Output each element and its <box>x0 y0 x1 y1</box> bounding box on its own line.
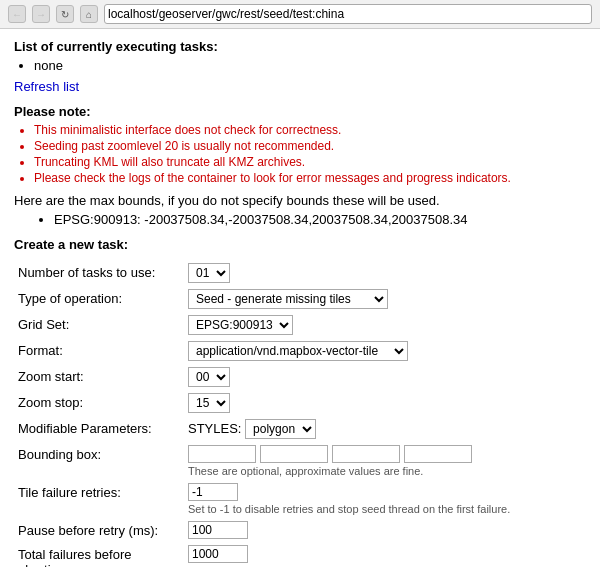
operation-row: Type of operation: Seed - generate missi… <box>14 286 576 312</box>
zoom-start-label: Zoom start: <box>14 364 184 390</box>
back-button[interactable]: ← <box>8 5 26 23</box>
styles-select[interactable]: polygon line point <box>245 419 316 439</box>
bbox-min-x[interactable] <box>188 445 256 463</box>
forward-button[interactable]: → <box>32 5 50 23</box>
gridset-row: Grid Set: EPSG:900913 EPSG:4326 <box>14 312 576 338</box>
tile-failure-cell: Set to -1 to disable retries and stop se… <box>184 480 576 518</box>
bounds-list: EPSG:900913: -20037508.34,-20037508.34,2… <box>34 212 576 227</box>
page-content: List of currently executing tasks: none … <box>0 29 590 567</box>
address-bar[interactable] <box>104 4 592 24</box>
tile-failure-hint: Set to -1 to disable retries and stop se… <box>188 503 572 515</box>
tile-failure-label: Tile failure retries: <box>14 480 184 518</box>
please-note-title: Please note: <box>14 104 576 119</box>
note-item-2: Seeding past zoomlevel 20 is usually not… <box>34 139 576 153</box>
modifiable-cell: STYLES: polygon line point <box>184 416 576 442</box>
format-select[interactable]: application/vnd.mapbox-vector-tile image… <box>188 341 408 361</box>
executing-tasks-title: List of currently executing tasks: <box>14 39 576 54</box>
zoom-stop-select[interactable]: 000510 1520 <box>188 393 230 413</box>
pause-input[interactable] <box>188 521 248 539</box>
pause-row: Pause before retry (ms): <box>14 518 576 542</box>
browser-toolbar: ← → ↻ ⌂ <box>0 0 600 29</box>
gridset-select[interactable]: EPSG:900913 EPSG:4326 <box>188 315 293 335</box>
modifiable-row: Modifiable Parameters: STYLES: polygon l… <box>14 416 576 442</box>
bounds-epsg: EPSG:900913: -20037508.34,-20037508.34,2… <box>54 212 576 227</box>
pause-label: Pause before retry (ms): <box>14 518 184 542</box>
format-cell: application/vnd.mapbox-vector-tile image… <box>184 338 576 364</box>
zoom-start-row: Zoom start: 00 010203 0405 <box>14 364 576 390</box>
num-tasks-row: Number of tasks to use: 01 02 04 08 <box>14 260 576 286</box>
num-tasks-cell: 01 02 04 08 <box>184 260 576 286</box>
zoom-stop-row: Zoom stop: 000510 1520 <box>14 390 576 416</box>
format-row: Format: application/vnd.mapbox-vector-ti… <box>14 338 576 364</box>
modifiable-label: Modifiable Parameters: <box>14 416 184 442</box>
bbox-row: Bounding box: These are optional, approx… <box>14 442 576 480</box>
executing-tasks-none: none <box>34 58 576 73</box>
tile-failure-row: Tile failure retries: Set to -1 to disab… <box>14 480 576 518</box>
zoom-start-cell: 00 010203 0405 <box>184 364 576 390</box>
create-task-form: Number of tasks to use: 01 02 04 08 Type… <box>14 260 576 567</box>
bbox-cell: These are optional, approximate values a… <box>184 442 576 480</box>
zoom-stop-label: Zoom stop: <box>14 390 184 416</box>
executing-tasks-list: none <box>34 58 576 73</box>
styles-label: STYLES: <box>188 421 241 436</box>
total-failures-label: Total failures before aborting: <box>14 542 184 567</box>
bbox-min-y[interactable] <box>260 445 328 463</box>
note-item-4: Please check the logs of the container t… <box>34 171 576 185</box>
gridset-label: Grid Set: <box>14 312 184 338</box>
operation-cell: Seed - generate missing tiles Reseed - r… <box>184 286 576 312</box>
bounds-intro-text: Here are the max bounds, if you do not s… <box>14 193 576 208</box>
bbox-max-y[interactable] <box>404 445 472 463</box>
notes-list: This minimalistic interface does not che… <box>34 123 576 185</box>
num-tasks-select[interactable]: 01 02 04 08 <box>188 263 230 283</box>
total-failures-row: Total failures before aborting: <box>14 542 576 567</box>
operation-label: Type of operation: <box>14 286 184 312</box>
note-item-3: Truncating KML will also truncate all KM… <box>34 155 576 169</box>
zoom-start-select[interactable]: 00 010203 0405 <box>188 367 230 387</box>
total-failures-cell <box>184 542 576 567</box>
bbox-inputs <box>188 445 572 463</box>
zoom-stop-cell: 000510 1520 <box>184 390 576 416</box>
operation-select[interactable]: Seed - generate missing tiles Reseed - r… <box>188 289 388 309</box>
bbox-hint: These are optional, approximate values a… <box>188 465 572 477</box>
create-task-title: Create a new task: <box>14 237 576 252</box>
pause-cell <box>184 518 576 542</box>
note-item-1: This minimalistic interface does not che… <box>34 123 576 137</box>
bbox-label: Bounding box: <box>14 442 184 480</box>
refresh-list-link[interactable]: Refresh list <box>14 79 79 94</box>
gridset-cell: EPSG:900913 EPSG:4326 <box>184 312 576 338</box>
home-button[interactable]: ⌂ <box>80 5 98 23</box>
format-label: Format: <box>14 338 184 364</box>
tile-failure-input[interactable] <box>188 483 238 501</box>
bbox-max-x[interactable] <box>332 445 400 463</box>
reload-button[interactable]: ↻ <box>56 5 74 23</box>
num-tasks-label: Number of tasks to use: <box>14 260 184 286</box>
total-failures-input[interactable] <box>188 545 248 563</box>
